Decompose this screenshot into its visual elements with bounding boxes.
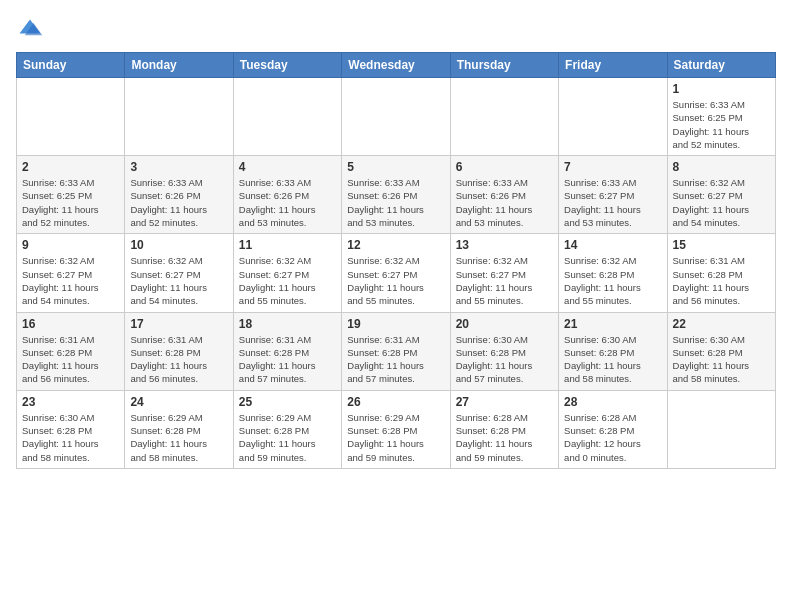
- day-cell: 23Sunrise: 6:30 AM Sunset: 6:28 PM Dayli…: [17, 390, 125, 468]
- day-info: Sunrise: 6:28 AM Sunset: 6:28 PM Dayligh…: [456, 411, 553, 464]
- day-cell: 4Sunrise: 6:33 AM Sunset: 6:26 PM Daylig…: [233, 156, 341, 234]
- day-cell: 10Sunrise: 6:32 AM Sunset: 6:27 PM Dayli…: [125, 234, 233, 312]
- day-cell: 7Sunrise: 6:33 AM Sunset: 6:27 PM Daylig…: [559, 156, 667, 234]
- day-cell: [667, 390, 775, 468]
- day-info: Sunrise: 6:33 AM Sunset: 6:25 PM Dayligh…: [22, 176, 119, 229]
- day-cell: [559, 78, 667, 156]
- day-number: 5: [347, 160, 444, 174]
- day-info: Sunrise: 6:33 AM Sunset: 6:26 PM Dayligh…: [347, 176, 444, 229]
- day-info: Sunrise: 6:29 AM Sunset: 6:28 PM Dayligh…: [130, 411, 227, 464]
- day-cell: 25Sunrise: 6:29 AM Sunset: 6:28 PM Dayli…: [233, 390, 341, 468]
- day-cell: 20Sunrise: 6:30 AM Sunset: 6:28 PM Dayli…: [450, 312, 558, 390]
- day-info: Sunrise: 6:31 AM Sunset: 6:28 PM Dayligh…: [673, 254, 770, 307]
- day-number: 19: [347, 317, 444, 331]
- day-info: Sunrise: 6:32 AM Sunset: 6:27 PM Dayligh…: [347, 254, 444, 307]
- day-cell: [450, 78, 558, 156]
- day-number: 1: [673, 82, 770, 96]
- weekday-header-wednesday: Wednesday: [342, 53, 450, 78]
- day-cell: 2Sunrise: 6:33 AM Sunset: 6:25 PM Daylig…: [17, 156, 125, 234]
- day-cell: 26Sunrise: 6:29 AM Sunset: 6:28 PM Dayli…: [342, 390, 450, 468]
- day-cell: [125, 78, 233, 156]
- day-cell: 1Sunrise: 6:33 AM Sunset: 6:25 PM Daylig…: [667, 78, 775, 156]
- day-cell: 19Sunrise: 6:31 AM Sunset: 6:28 PM Dayli…: [342, 312, 450, 390]
- weekday-header-thursday: Thursday: [450, 53, 558, 78]
- day-info: Sunrise: 6:32 AM Sunset: 6:27 PM Dayligh…: [22, 254, 119, 307]
- day-info: Sunrise: 6:32 AM Sunset: 6:27 PM Dayligh…: [456, 254, 553, 307]
- day-number: 10: [130, 238, 227, 252]
- day-info: Sunrise: 6:29 AM Sunset: 6:28 PM Dayligh…: [347, 411, 444, 464]
- day-number: 6: [456, 160, 553, 174]
- day-number: 14: [564, 238, 661, 252]
- day-number: 12: [347, 238, 444, 252]
- day-number: 2: [22, 160, 119, 174]
- week-row-5: 23Sunrise: 6:30 AM Sunset: 6:28 PM Dayli…: [17, 390, 776, 468]
- weekday-header-monday: Monday: [125, 53, 233, 78]
- day-number: 22: [673, 317, 770, 331]
- day-cell: 27Sunrise: 6:28 AM Sunset: 6:28 PM Dayli…: [450, 390, 558, 468]
- day-number: 20: [456, 317, 553, 331]
- day-number: 26: [347, 395, 444, 409]
- day-number: 17: [130, 317, 227, 331]
- day-number: 11: [239, 238, 336, 252]
- day-info: Sunrise: 6:33 AM Sunset: 6:26 PM Dayligh…: [239, 176, 336, 229]
- day-cell: 24Sunrise: 6:29 AM Sunset: 6:28 PM Dayli…: [125, 390, 233, 468]
- week-row-4: 16Sunrise: 6:31 AM Sunset: 6:28 PM Dayli…: [17, 312, 776, 390]
- day-cell: [17, 78, 125, 156]
- page-header: [16, 16, 776, 44]
- day-number: 8: [673, 160, 770, 174]
- day-cell: [233, 78, 341, 156]
- day-info: Sunrise: 6:30 AM Sunset: 6:28 PM Dayligh…: [564, 333, 661, 386]
- day-cell: 21Sunrise: 6:30 AM Sunset: 6:28 PM Dayli…: [559, 312, 667, 390]
- day-info: Sunrise: 6:31 AM Sunset: 6:28 PM Dayligh…: [22, 333, 119, 386]
- day-number: 27: [456, 395, 553, 409]
- day-info: Sunrise: 6:31 AM Sunset: 6:28 PM Dayligh…: [239, 333, 336, 386]
- week-row-3: 9Sunrise: 6:32 AM Sunset: 6:27 PM Daylig…: [17, 234, 776, 312]
- day-cell: 15Sunrise: 6:31 AM Sunset: 6:28 PM Dayli…: [667, 234, 775, 312]
- day-number: 28: [564, 395, 661, 409]
- day-cell: 11Sunrise: 6:32 AM Sunset: 6:27 PM Dayli…: [233, 234, 341, 312]
- day-number: 18: [239, 317, 336, 331]
- day-info: Sunrise: 6:29 AM Sunset: 6:28 PM Dayligh…: [239, 411, 336, 464]
- day-number: 23: [22, 395, 119, 409]
- weekday-header-saturday: Saturday: [667, 53, 775, 78]
- day-cell: 16Sunrise: 6:31 AM Sunset: 6:28 PM Dayli…: [17, 312, 125, 390]
- day-cell: 13Sunrise: 6:32 AM Sunset: 6:27 PM Dayli…: [450, 234, 558, 312]
- day-info: Sunrise: 6:32 AM Sunset: 6:27 PM Dayligh…: [239, 254, 336, 307]
- logo: [16, 16, 48, 44]
- day-info: Sunrise: 6:31 AM Sunset: 6:28 PM Dayligh…: [347, 333, 444, 386]
- day-cell: 22Sunrise: 6:30 AM Sunset: 6:28 PM Dayli…: [667, 312, 775, 390]
- day-info: Sunrise: 6:30 AM Sunset: 6:28 PM Dayligh…: [22, 411, 119, 464]
- day-number: 21: [564, 317, 661, 331]
- week-row-2: 2Sunrise: 6:33 AM Sunset: 6:25 PM Daylig…: [17, 156, 776, 234]
- day-cell: 8Sunrise: 6:32 AM Sunset: 6:27 PM Daylig…: [667, 156, 775, 234]
- day-info: Sunrise: 6:33 AM Sunset: 6:27 PM Dayligh…: [564, 176, 661, 229]
- day-number: 3: [130, 160, 227, 174]
- day-number: 16: [22, 317, 119, 331]
- week-row-1: 1Sunrise: 6:33 AM Sunset: 6:25 PM Daylig…: [17, 78, 776, 156]
- day-cell: 6Sunrise: 6:33 AM Sunset: 6:26 PM Daylig…: [450, 156, 558, 234]
- logo-icon: [16, 16, 44, 44]
- day-info: Sunrise: 6:32 AM Sunset: 6:27 PM Dayligh…: [130, 254, 227, 307]
- day-number: 25: [239, 395, 336, 409]
- day-cell: 5Sunrise: 6:33 AM Sunset: 6:26 PM Daylig…: [342, 156, 450, 234]
- day-info: Sunrise: 6:28 AM Sunset: 6:28 PM Dayligh…: [564, 411, 661, 464]
- day-cell: 14Sunrise: 6:32 AM Sunset: 6:28 PM Dayli…: [559, 234, 667, 312]
- weekday-header-row: SundayMondayTuesdayWednesdayThursdayFrid…: [17, 53, 776, 78]
- weekday-header-sunday: Sunday: [17, 53, 125, 78]
- day-info: Sunrise: 6:31 AM Sunset: 6:28 PM Dayligh…: [130, 333, 227, 386]
- day-cell: 28Sunrise: 6:28 AM Sunset: 6:28 PM Dayli…: [559, 390, 667, 468]
- day-info: Sunrise: 6:32 AM Sunset: 6:28 PM Dayligh…: [564, 254, 661, 307]
- day-info: Sunrise: 6:30 AM Sunset: 6:28 PM Dayligh…: [673, 333, 770, 386]
- day-info: Sunrise: 6:32 AM Sunset: 6:27 PM Dayligh…: [673, 176, 770, 229]
- day-info: Sunrise: 6:33 AM Sunset: 6:25 PM Dayligh…: [673, 98, 770, 151]
- day-number: 13: [456, 238, 553, 252]
- day-cell: 18Sunrise: 6:31 AM Sunset: 6:28 PM Dayli…: [233, 312, 341, 390]
- day-number: 7: [564, 160, 661, 174]
- day-number: 4: [239, 160, 336, 174]
- weekday-header-tuesday: Tuesday: [233, 53, 341, 78]
- day-info: Sunrise: 6:33 AM Sunset: 6:26 PM Dayligh…: [456, 176, 553, 229]
- day-number: 24: [130, 395, 227, 409]
- day-cell: 9Sunrise: 6:32 AM Sunset: 6:27 PM Daylig…: [17, 234, 125, 312]
- day-number: 15: [673, 238, 770, 252]
- calendar-table: SundayMondayTuesdayWednesdayThursdayFrid…: [16, 52, 776, 469]
